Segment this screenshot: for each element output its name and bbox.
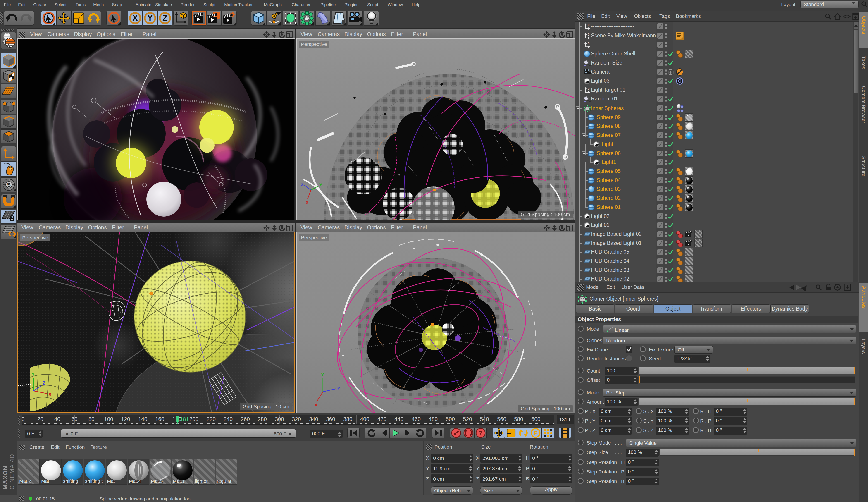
svg-text:?: ? — [478, 430, 483, 437]
svg-text:Y: Y — [321, 372, 324, 377]
svg-text:X: X — [314, 402, 318, 407]
svg-text:X: X — [306, 200, 309, 205]
svg-text:0: 0 — [588, 33, 589, 36]
svg-text:0: 0 — [588, 87, 589, 91]
svg-text:S: S — [7, 182, 10, 188]
svg-text:Z: Z — [337, 386, 340, 391]
svg-text:0: 0 — [588, 41, 589, 45]
svg-text:Z: Z — [43, 380, 45, 386]
svg-text:Y: Y — [319, 182, 322, 187]
svg-text:Z: Z — [163, 13, 167, 23]
svg-text:Y: Y — [147, 13, 153, 23]
svg-text:Y: Y — [32, 372, 35, 377]
svg-text:Z: Z — [301, 182, 304, 187]
svg-text:X: X — [132, 13, 138, 23]
svg-text:0: 0 — [588, 23, 589, 27]
svg-text:P: P — [533, 430, 538, 437]
svg-text:X: X — [49, 392, 52, 397]
